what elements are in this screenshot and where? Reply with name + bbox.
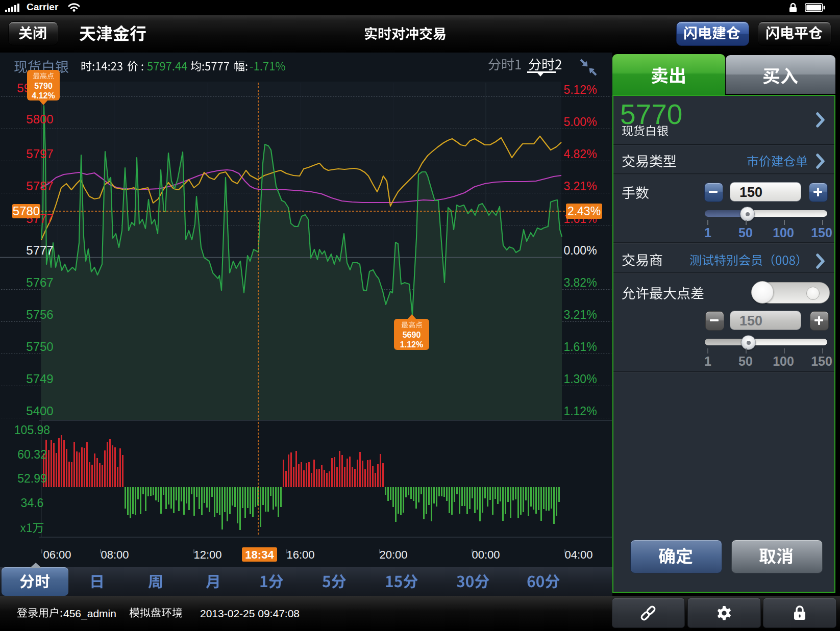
svg-text:5800: 5800	[26, 112, 53, 126]
svg-text:18:34: 18:34	[245, 548, 274, 561]
svg-text:5787: 5787	[26, 179, 53, 193]
svg-text:5767: 5767	[26, 275, 53, 289]
svg-text:34.6: 34.6	[21, 496, 44, 510]
svg-text:00:00: 00:00	[472, 548, 500, 561]
svg-text:5780: 5780	[13, 204, 40, 218]
svg-text:0.00%: 0.00%	[563, 244, 597, 257]
svg-text:105.98: 105.98	[14, 423, 50, 437]
svg-text:5400: 5400	[26, 404, 53, 418]
svg-text:04:00: 04:00	[564, 548, 592, 561]
svg-text:3.21%: 3.21%	[563, 180, 597, 193]
svg-text:1.12%: 1.12%	[563, 405, 597, 418]
svg-text:1.30%: 1.30%	[563, 372, 597, 386]
svg-text:2.43%: 2.43%	[567, 205, 601, 218]
svg-text:5777: 5777	[26, 243, 53, 257]
svg-text:52.99: 52.99	[17, 472, 47, 485]
svg-text:20:00: 20:00	[379, 548, 407, 561]
svg-text:5749: 5749	[26, 372, 53, 386]
svg-text:06:00: 06:00	[43, 548, 71, 561]
svg-text:60.32: 60.32	[17, 448, 47, 461]
svg-text:08:00: 08:00	[101, 548, 129, 561]
svg-text:5.00%: 5.00%	[563, 115, 597, 129]
svg-text:5756: 5756	[26, 308, 53, 321]
svg-text:5797: 5797	[26, 147, 53, 161]
svg-text:3.82%: 3.82%	[563, 276, 597, 289]
svg-text:12:00: 12:00	[193, 548, 221, 561]
svg-text:3.21%: 3.21%	[563, 308, 597, 321]
svg-text:16:00: 16:00	[286, 548, 314, 561]
svg-text:1.61%: 1.61%	[563, 340, 597, 354]
svg-text:4.82%: 4.82%	[563, 147, 597, 161]
svg-text:5.12%: 5.12%	[563, 83, 597, 96]
svg-text:5750: 5750	[26, 340, 53, 354]
